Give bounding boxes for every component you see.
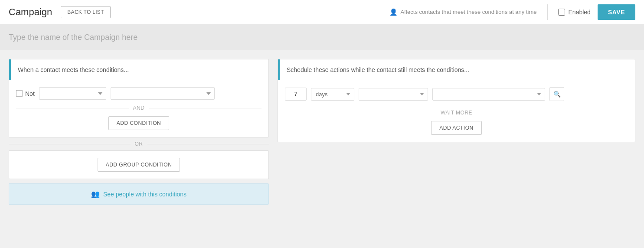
not-wrapper: Not	[16, 90, 35, 97]
save-button[interactable]: SAVE	[598, 4, 635, 20]
people-icon: 👥	[91, 190, 100, 198]
or-label: OR	[135, 141, 143, 147]
affects-text-wrapper: 👤 Affects contacts that meet these condi…	[389, 8, 536, 16]
not-checkbox[interactable]	[16, 90, 23, 97]
app-title: Campaign	[9, 7, 52, 18]
left-sections: When a contact meets these conditions...…	[9, 59, 269, 205]
main-content: When a contact meets these conditions...…	[0, 50, 644, 213]
enabled-wrapper: Enabled	[558, 9, 591, 16]
schedule-header-text: Schedule these actions while the contact…	[287, 66, 469, 73]
conditions-card: When a contact meets these conditions...…	[9, 59, 269, 137]
enabled-label: Enabled	[569, 9, 591, 16]
and-divider: AND	[9, 103, 268, 113]
condition-row: Not	[9, 80, 268, 103]
not-label: Not	[25, 90, 35, 97]
conditions-header-text: When a contact meets these conditions...	[18, 66, 129, 73]
see-people-bar[interactable]: 👥 See people with this conditions	[9, 183, 269, 205]
schedule-card: Schedule these actions while the contact…	[278, 59, 635, 142]
or-divider: OR	[9, 137, 269, 150]
header: Campaign BACK TO LIST 👤 Affects contacts…	[0, 0, 644, 24]
action-type-select[interactable]	[359, 88, 428, 101]
conditions-card-header: When a contact meets these conditions...	[9, 59, 268, 80]
add-condition-button[interactable]: ADD CONDITION	[108, 116, 170, 130]
person-icon: 👤	[389, 8, 398, 16]
campaign-name-input[interactable]	[9, 33, 635, 42]
back-to-list-button[interactable]: BACK TO LIST	[61, 6, 111, 18]
action-value-select[interactable]	[432, 88, 545, 101]
days-number-input[interactable]	[285, 88, 307, 101]
right-panel: Schedule these actions while the contact…	[278, 59, 635, 142]
wait-more-label: WAIT MORE	[441, 110, 472, 116]
add-group-condition-button[interactable]: ADD GROUP CONDITION	[98, 158, 180, 172]
schedule-row: days hours minutes 🔍	[278, 80, 635, 108]
header-divider	[547, 4, 548, 20]
days-select[interactable]: days hours minutes	[311, 88, 354, 101]
search-icon: 🔍	[553, 91, 561, 98]
group-condition-card: ADD GROUP CONDITION	[9, 150, 269, 179]
add-action-button[interactable]: ADD ACTION	[431, 121, 481, 135]
and-label: AND	[133, 105, 145, 111]
left-panel: When a contact meets these conditions...…	[9, 59, 269, 205]
condition-value-select[interactable]	[111, 87, 215, 100]
enabled-checkbox[interactable]	[558, 9, 565, 16]
campaign-name-bar	[0, 24, 644, 50]
schedule-header: Schedule these actions while the contact…	[278, 59, 635, 80]
affects-text: Affects contacts that meet these conditi…	[400, 9, 536, 15]
wait-more-divider: WAIT MORE	[278, 108, 635, 117]
search-button[interactable]: 🔍	[549, 87, 564, 101]
see-people-text: See people with this conditions	[103, 191, 186, 198]
condition-type-select[interactable]	[39, 87, 106, 100]
